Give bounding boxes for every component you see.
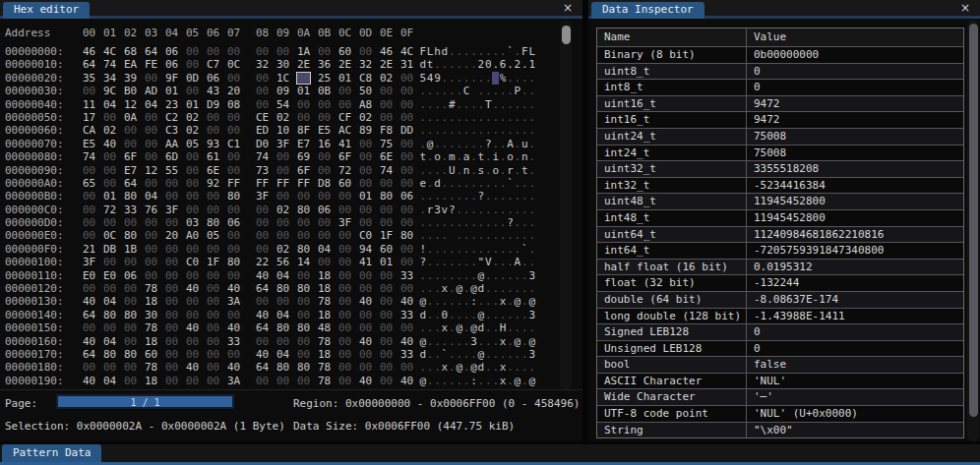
ascii-cell[interactable]: .: [485, 150, 492, 163]
hex-byte[interactable]: 00: [399, 177, 414, 190]
hex-byte[interactable]: 4C: [102, 45, 117, 58]
hex-byte[interactable]: 04: [102, 375, 117, 387]
hex-byte[interactable]: 64: [144, 45, 158, 58]
hex-byte[interactable]: 00: [358, 361, 373, 374]
ascii-cell[interactable]: .: [456, 348, 462, 361]
ascii-cell[interactable]: .: [456, 375, 462, 387]
hex-byte[interactable]: 25: [317, 72, 332, 85]
ascii-cell[interactable]: .: [492, 229, 499, 242]
hex-byte[interactable]: C0: [185, 256, 200, 268]
ascii-cell[interactable]: t: [521, 164, 528, 177]
ascii-cell[interactable]: .: [441, 98, 448, 111]
hex-byte[interactable]: 9F: [164, 72, 179, 85]
hex-byte[interactable]: 00: [379, 98, 394, 111]
hex-byte[interactable]: 68: [123, 45, 138, 58]
hex-byte[interactable]: 17: [82, 111, 96, 124]
hex-byte[interactable]: 00: [399, 361, 414, 374]
ascii-cell[interactable]: r: [426, 203, 433, 216]
hex-byte[interactable]: 00: [102, 164, 117, 177]
hex-byte[interactable]: 04: [144, 98, 158, 111]
hex-byte[interactable]: 06: [317, 203, 332, 216]
hex-byte[interactable]: 41: [337, 138, 352, 150]
ascii-cell[interactable]: .: [426, 309, 433, 321]
ascii-cell[interactable]: x: [499, 361, 506, 374]
hex-byte[interactable]: 14: [296, 256, 311, 268]
ascii-cell[interactable]: .: [449, 72, 456, 85]
hex-byte[interactable]: 05: [206, 229, 220, 242]
ascii-cell[interactable]: .: [426, 295, 433, 308]
hex-byte[interactable]: 00: [206, 321, 220, 334]
hex-byte[interactable]: 00: [379, 216, 394, 229]
ascii-cell[interactable]: .: [434, 111, 441, 124]
hex-byte[interactable]: 1F: [206, 256, 220, 268]
inspector-scrollbar-thumb[interactable]: [969, 24, 978, 417]
hex-byte[interactable]: 00: [399, 256, 414, 268]
ascii-cell[interactable]: .: [499, 269, 506, 282]
inspector-row[interactable]: uint16_t9472: [597, 95, 963, 112]
ascii-cell[interactable]: .: [470, 124, 477, 137]
hex-byte[interactable]: 43: [206, 85, 220, 97]
ascii-cell[interactable]: .: [477, 375, 484, 387]
ascii-cell[interactable]: .: [507, 243, 514, 256]
hex-byte[interactable]: 80: [379, 190, 394, 203]
ascii-cell[interactable]: %: [499, 72, 506, 85]
hex-byte[interactable]: 00: [164, 256, 179, 268]
hex-byte[interactable]: 80: [102, 348, 117, 361]
ascii-cell[interactable]: 0: [485, 58, 492, 71]
ascii-cell[interactable]: .: [492, 321, 499, 334]
ascii-cell[interactable]: .: [507, 72, 514, 85]
ascii-cell[interactable]: .: [456, 190, 462, 203]
ascii-cell[interactable]: .: [434, 309, 441, 321]
hex-byte[interactable]: 00: [102, 321, 117, 334]
ascii-cell[interactable]: .: [477, 229, 484, 242]
hex-byte[interactable]: 04: [276, 309, 290, 321]
ascii-cell[interactable]: .: [434, 321, 441, 334]
hex-byte[interactable]: 78: [144, 282, 158, 295]
ascii-cell[interactable]: s: [477, 164, 484, 177]
hex-byte[interactable]: 04: [102, 295, 117, 308]
ascii-cell[interactable]: 1: [528, 58, 535, 71]
hex-byte[interactable]: 00: [358, 269, 373, 282]
ascii-cell[interactable]: .: [441, 111, 448, 124]
ascii-cell[interactable]: .: [441, 375, 448, 387]
hex-byte[interactable]: 00: [255, 85, 270, 97]
hex-byte[interactable]: D9: [206, 98, 220, 111]
ascii-cell[interactable]: .: [528, 164, 535, 177]
ascii-cell[interactable]: .: [492, 243, 499, 256]
hex-byte[interactable]: 00: [185, 269, 200, 282]
hex-byte[interactable]: 00: [144, 216, 158, 229]
hex-byte[interactable]: 00: [337, 256, 352, 268]
inspector-row[interactable]: boolfalse: [597, 356, 963, 373]
hex-byte[interactable]: AD: [144, 85, 158, 97]
hex-byte[interactable]: 00: [379, 335, 394, 348]
hex-byte[interactable]: 18: [317, 269, 332, 282]
hex-byte[interactable]: C1: [226, 138, 241, 150]
hex-byte[interactable]: 1A: [296, 45, 311, 58]
ascii-cell[interactable]: .: [470, 190, 477, 203]
hex-byte[interactable]: 6E: [379, 150, 394, 163]
ascii-cell[interactable]: .: [514, 138, 521, 150]
hex-byte[interactable]: 00: [226, 124, 241, 137]
ascii-cell[interactable]: .: [456, 58, 462, 71]
ascii-cell[interactable]: .: [485, 229, 492, 242]
hex-byte[interactable]: 00: [255, 216, 270, 229]
inspector-row[interactable]: float (32 bit)-132244: [597, 274, 963, 291]
hex-byte[interactable]: 18: [317, 348, 332, 361]
ascii-cell[interactable]: .: [470, 45, 477, 58]
hex-byte[interactable]: 00: [226, 348, 241, 361]
hex-byte[interactable]: 04: [276, 269, 290, 282]
ascii-cell[interactable]: `: [507, 45, 514, 58]
ascii-cell[interactable]: @: [456, 282, 462, 295]
hex-byte[interactable]: 00: [82, 361, 96, 374]
ascii-cell[interactable]: .: [477, 216, 484, 229]
ascii-cell[interactable]: .: [521, 216, 528, 229]
ascii-cell[interactable]: .: [462, 190, 469, 203]
ascii-cell[interactable]: .: [456, 216, 462, 229]
ascii-cell[interactable]: .: [456, 335, 462, 348]
ascii-cell[interactable]: 5: [419, 72, 426, 85]
ascii-cell[interactable]: .: [441, 138, 448, 150]
ascii-cell[interactable]: .: [434, 282, 441, 295]
ascii-cell[interactable]: .: [462, 243, 469, 256]
hex-byte[interactable]: 3A: [226, 375, 241, 387]
hex-byte[interactable]: 00: [358, 348, 373, 361]
